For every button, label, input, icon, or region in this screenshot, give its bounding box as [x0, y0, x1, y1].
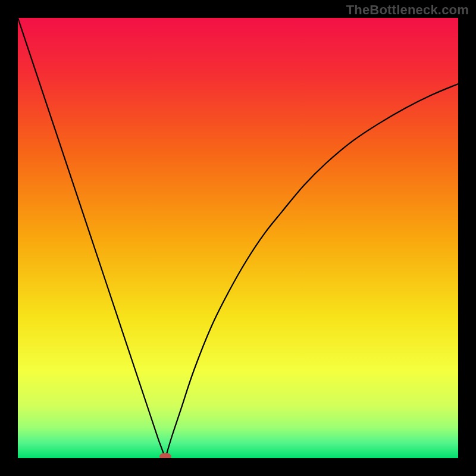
watermark-text: TheBottleneck.com [346, 2, 469, 18]
chart-frame: TheBottleneck.com [0, 0, 476, 476]
gradient-background [18, 18, 458, 458]
chart-svg [18, 18, 458, 458]
plot-area [18, 18, 458, 458]
